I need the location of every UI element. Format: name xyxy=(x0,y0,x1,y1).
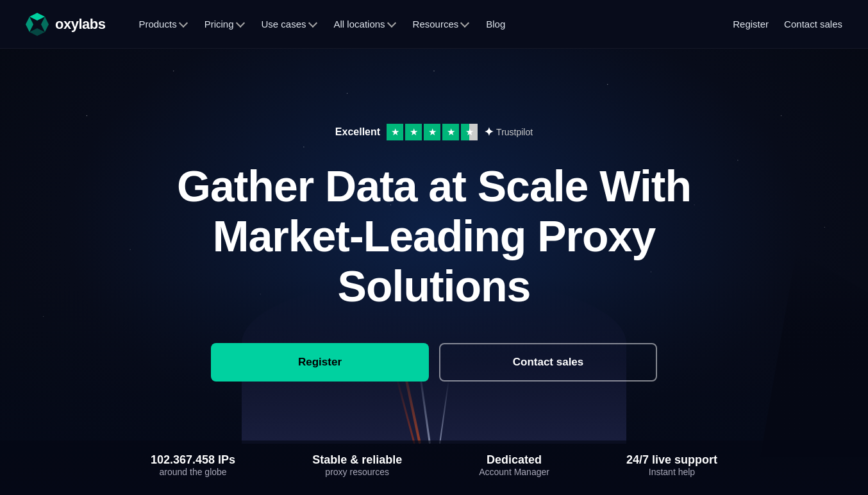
navbar: oxylabs Products Pricing Use cases All l… xyxy=(0,0,868,49)
stat-support: 24/7 live support Instant help xyxy=(626,453,717,477)
trustpilot-tp-icon: ✦ xyxy=(484,125,494,139)
star-2: ★ xyxy=(405,124,422,140)
stat-stable-primary: Stable & reliable xyxy=(312,453,402,467)
logo[interactable]: oxylabs xyxy=(26,13,105,36)
stat-support-secondary: Instant help xyxy=(626,467,717,477)
chevron-down-icon xyxy=(460,19,469,28)
hero-title-line1: Gather Data at Scale With xyxy=(177,162,691,210)
nav-contact-sales-link[interactable]: Contact sales xyxy=(784,19,842,29)
stat-stable-secondary: proxy resources xyxy=(312,467,402,477)
chevron-down-icon xyxy=(179,19,188,28)
nav-register-link[interactable]: Register xyxy=(733,19,769,29)
trustpilot-stars: ★ ★ ★ ★ ★ xyxy=(387,124,478,140)
star-1: ★ xyxy=(387,124,403,140)
contact-sales-button[interactable]: Contact sales xyxy=(439,343,657,382)
nav-item-pricing[interactable]: Pricing xyxy=(197,13,251,35)
stat-stable: Stable & reliable proxy resources xyxy=(312,453,402,477)
trustpilot-logo: ✦ Trustpilot xyxy=(484,125,533,139)
nav-item-use-cases[interactable]: Use cases xyxy=(254,13,324,35)
hero-title-line2: Market-Leading Proxy xyxy=(213,212,655,260)
star-3: ★ xyxy=(424,124,440,140)
nav-item-products[interactable]: Products xyxy=(131,13,194,35)
stat-account-secondary: Account Manager xyxy=(479,467,549,477)
trustpilot-brand: Trustpilot xyxy=(496,127,533,137)
stat-ips-secondary: around the globe xyxy=(151,467,235,477)
nav-item-all-locations[interactable]: All locations xyxy=(326,13,403,35)
logo-icon xyxy=(26,13,49,36)
star-4: ★ xyxy=(442,124,459,140)
hero-title: Gather Data at Scale With Market-Leading… xyxy=(177,161,691,312)
nav-item-blog[interactable]: Blog xyxy=(478,13,513,35)
stat-account-primary: Dedicated xyxy=(479,453,549,467)
nav-menu: Products Pricing Use cases All locations… xyxy=(131,13,513,35)
hero-content: Excellent ★ ★ ★ ★ ★ ✦ Trustpilot Gather … xyxy=(177,111,691,433)
stats-bar: 102.367.458 IPs around the globe Stable … xyxy=(0,440,868,495)
hero-title-line3: Solutions xyxy=(338,262,531,310)
register-button[interactable]: Register xyxy=(211,343,429,382)
star-5: ★ xyxy=(461,124,478,140)
stat-ips-primary: 102.367.458 IPs xyxy=(151,453,235,467)
hero-section: Excellent ★ ★ ★ ★ ★ ✦ Trustpilot Gather … xyxy=(0,49,868,495)
stat-support-primary: 24/7 live support xyxy=(626,453,717,467)
stat-ips: 102.367.458 IPs around the globe xyxy=(151,453,235,477)
trustpilot-row: Excellent ★ ★ ★ ★ ★ ✦ Trustpilot xyxy=(335,124,533,140)
trustpilot-label: Excellent xyxy=(335,126,380,138)
chevron-down-icon xyxy=(235,19,244,28)
logo-text: oxylabs xyxy=(55,16,105,33)
cta-row: Register Contact sales xyxy=(211,343,657,382)
nav-right: Register Contact sales xyxy=(733,19,842,29)
chevron-down-icon xyxy=(308,19,317,28)
nav-left: oxylabs Products Pricing Use cases All l… xyxy=(26,13,513,36)
chevron-down-icon xyxy=(387,19,396,28)
nav-item-resources[interactable]: Resources xyxy=(405,13,476,35)
stat-account: Dedicated Account Manager xyxy=(479,453,549,477)
tree-silhouette xyxy=(689,251,868,457)
